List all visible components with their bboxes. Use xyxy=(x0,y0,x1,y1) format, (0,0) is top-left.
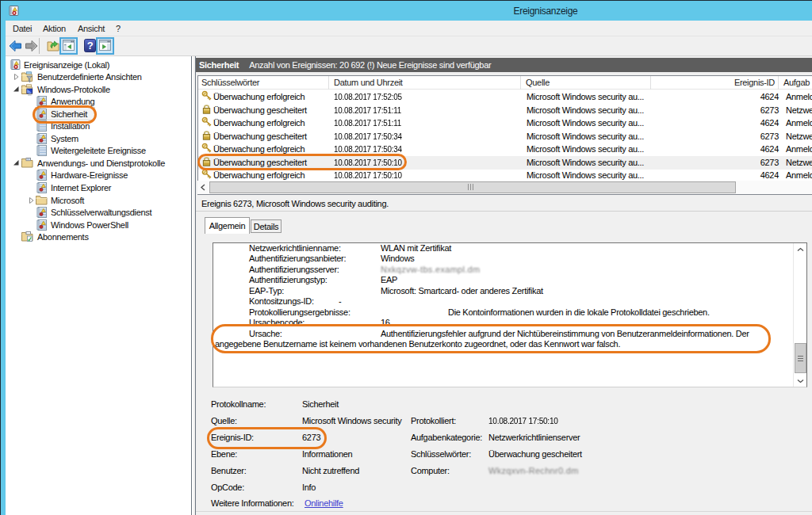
svg-text:?: ? xyxy=(87,40,94,52)
